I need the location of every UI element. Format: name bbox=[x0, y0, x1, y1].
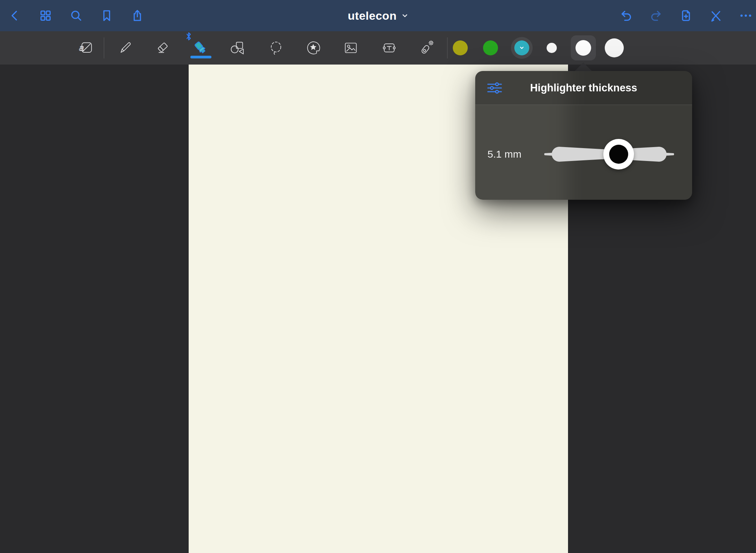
tool-highlighter[interactable] bbox=[189, 37, 212, 59]
redo-icon bbox=[649, 9, 663, 22]
popup-arrow bbox=[574, 63, 592, 71]
toolbar-divider bbox=[447, 37, 448, 58]
popup-header: Highlighter thickness bbox=[475, 71, 692, 105]
undo-icon bbox=[619, 9, 633, 22]
chevron-down-icon bbox=[401, 12, 408, 19]
laser-pointer-icon bbox=[418, 39, 435, 56]
add-page-icon bbox=[679, 9, 693, 22]
color-swatch-green[interactable] bbox=[483, 40, 498, 55]
tool-pen[interactable] bbox=[114, 37, 137, 59]
read-mode-icon: a bbox=[78, 39, 95, 56]
app-window: utelecon bbox=[0, 0, 756, 553]
top-navigation-bar: utelecon bbox=[0, 0, 756, 31]
stylus-toggle-button[interactable] bbox=[708, 8, 723, 23]
bookmark-button[interactable] bbox=[99, 8, 114, 23]
eraser-icon bbox=[154, 39, 171, 56]
search-button[interactable] bbox=[69, 8, 84, 23]
thickness-option-small[interactable] bbox=[547, 43, 557, 53]
tool-image[interactable] bbox=[340, 37, 362, 59]
thickness-dot-medium bbox=[575, 40, 591, 56]
sliders-icon bbox=[487, 82, 502, 94]
bookmark-icon bbox=[100, 9, 114, 22]
page-thumbnails-button[interactable] bbox=[38, 8, 53, 23]
add-page-button[interactable] bbox=[678, 8, 693, 23]
stylus-crossed-icon bbox=[709, 9, 723, 22]
tool-eraser[interactable] bbox=[152, 37, 174, 59]
nav-left-group bbox=[7, 0, 145, 31]
lasso-icon bbox=[268, 39, 285, 56]
tool-stickers[interactable] bbox=[302, 37, 325, 59]
pen-icon bbox=[117, 39, 134, 56]
search-icon bbox=[69, 9, 83, 22]
more-button[interactable] bbox=[738, 8, 753, 23]
highlighter-selected-underline bbox=[190, 56, 211, 58]
highlighter-thickness-popup: Highlighter thickness 5.1 mm bbox=[475, 71, 692, 200]
popup-title: Highlighter thickness bbox=[530, 82, 637, 94]
thickness-option-large[interactable] bbox=[605, 38, 624, 57]
toolbar-divider bbox=[104, 37, 104, 58]
nav-right-group bbox=[619, 0, 753, 31]
thickness-value-label: 5.1 mm bbox=[487, 148, 521, 160]
stickers-icon bbox=[305, 39, 322, 56]
thickness-slider-knob-center bbox=[609, 145, 628, 164]
tool-read-mode[interactable]: a bbox=[75, 37, 98, 59]
teal-color bbox=[514, 40, 529, 55]
tool-laser-pointer[interactable] bbox=[415, 37, 438, 59]
svg-text:a: a bbox=[79, 43, 84, 53]
color-swatch-teal-selected[interactable] bbox=[511, 37, 533, 59]
tool-text[interactable] bbox=[378, 37, 400, 59]
ellipsis-icon bbox=[739, 9, 753, 22]
popup-body: 5.1 mm bbox=[475, 105, 692, 200]
tool-bar: a bbox=[0, 31, 756, 65]
chevron-down-icon bbox=[519, 45, 525, 51]
thickness-option-medium-selected[interactable] bbox=[571, 35, 596, 60]
redo-button[interactable] bbox=[649, 8, 664, 23]
back-button[interactable] bbox=[7, 8, 22, 23]
share-button[interactable] bbox=[130, 8, 145, 23]
undo-button[interactable] bbox=[619, 8, 634, 23]
tool-shapes[interactable] bbox=[226, 37, 249, 59]
bluetooth-icon bbox=[185, 31, 193, 41]
share-icon bbox=[131, 9, 144, 22]
notebook-title-menu[interactable]: utelecon bbox=[348, 0, 408, 31]
back-chevron-icon bbox=[8, 9, 22, 22]
shapes-icon bbox=[229, 39, 246, 56]
grid-icon bbox=[39, 9, 52, 22]
text-icon bbox=[381, 39, 398, 56]
thickness-slider-knob[interactable] bbox=[603, 139, 634, 170]
tool-lasso[interactable] bbox=[265, 37, 287, 59]
notebook-title: utelecon bbox=[348, 9, 397, 22]
image-icon bbox=[342, 39, 359, 56]
color-swatch-olive[interactable] bbox=[453, 40, 468, 55]
highlighter-icon bbox=[192, 39, 209, 56]
